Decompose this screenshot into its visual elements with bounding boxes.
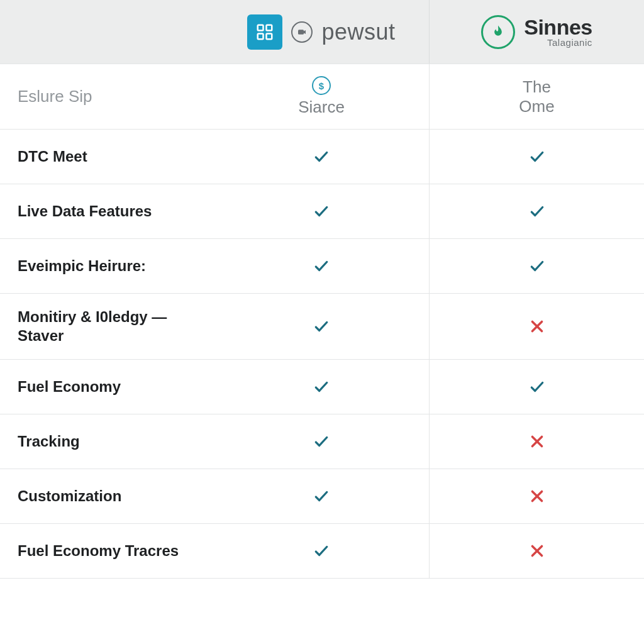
row-axis-label: Eslure Sip bbox=[0, 64, 214, 129]
brand-b-sub: Talagianic bbox=[547, 38, 592, 47]
column-a-header: $ Siarce bbox=[214, 64, 429, 129]
feature-label: Monitiry & I0ledgy — Staver bbox=[0, 294, 214, 359]
check-icon bbox=[313, 258, 330, 274]
feature-cell-a bbox=[214, 524, 429, 578]
check-icon bbox=[313, 203, 330, 219]
check-icon bbox=[529, 148, 545, 165]
check-icon bbox=[529, 203, 545, 219]
feature-row: Live Data Features bbox=[0, 184, 644, 239]
feature-cell-a bbox=[214, 239, 429, 293]
flame-ring-icon bbox=[481, 15, 515, 49]
comparison-page: pewsut Sinnes Talagianic Eslure Sip $ Si… bbox=[0, 0, 644, 579]
column-a-label: Siarce bbox=[298, 97, 345, 117]
feature-cell-a bbox=[214, 360, 429, 414]
check-icon bbox=[529, 258, 545, 274]
cross-icon bbox=[529, 433, 545, 450]
feature-label: Fuel Economy bbox=[0, 360, 214, 414]
feature-cell-b bbox=[429, 130, 644, 184]
check-icon bbox=[313, 148, 330, 165]
feature-cell-a bbox=[214, 294, 429, 359]
svg-rect-0 bbox=[258, 25, 264, 30]
check-icon bbox=[313, 488, 330, 504]
feature-cell-a bbox=[214, 414, 429, 469]
dollar-badge-icon: $ bbox=[312, 76, 331, 95]
feature-cell-b bbox=[429, 239, 644, 293]
feature-row: Eveimpic Heirure: bbox=[0, 239, 644, 294]
feature-label: Live Data Features bbox=[0, 184, 214, 238]
feature-label: Customization bbox=[0, 469, 214, 523]
feature-row: Tracking bbox=[0, 414, 644, 469]
feature-cell-b bbox=[429, 184, 644, 238]
brand-b-text: Sinnes Talagianic bbox=[524, 16, 592, 47]
svg-rect-3 bbox=[267, 33, 272, 39]
cross-icon bbox=[529, 488, 545, 504]
check-icon bbox=[313, 543, 330, 559]
brand-b: Sinnes Talagianic bbox=[429, 0, 644, 64]
brand-header: pewsut Sinnes Talagianic bbox=[0, 0, 644, 64]
feature-cell-b bbox=[429, 469, 644, 523]
feature-row: Fuel Economy bbox=[0, 360, 644, 414]
feature-cell-a bbox=[214, 130, 429, 184]
check-icon bbox=[313, 379, 330, 395]
feature-label: Fuel Economy Tracres bbox=[0, 524, 214, 578]
feature-label: Eveimpic Heirure: bbox=[0, 239, 214, 293]
brand-a-wordmark: pewsut bbox=[321, 19, 395, 45]
feature-cell-b bbox=[429, 294, 644, 359]
svg-rect-2 bbox=[258, 33, 264, 39]
check-icon bbox=[313, 318, 330, 335]
column-b-label: The Ome bbox=[519, 77, 554, 116]
camera-icon bbox=[291, 21, 313, 43]
feature-row: Customization bbox=[0, 469, 644, 524]
feature-cell-a bbox=[214, 184, 429, 238]
feature-label: Tracking bbox=[0, 414, 214, 469]
svg-rect-1 bbox=[267, 25, 272, 30]
feature-cell-b bbox=[429, 414, 644, 469]
feature-label: DTC Meet bbox=[0, 130, 214, 184]
feature-row: Fuel Economy Tracres bbox=[0, 524, 644, 579]
column-b-header: The Ome bbox=[429, 64, 644, 129]
brand-a: pewsut bbox=[214, 0, 429, 64]
cross-icon bbox=[529, 318, 545, 335]
check-icon bbox=[313, 433, 330, 450]
feature-cell-b bbox=[429, 360, 644, 414]
feature-rows: DTC Meet Live Data Features Eveimpic Hei… bbox=[0, 130, 644, 579]
grid-icon bbox=[247, 14, 282, 50]
feature-row: Monitiry & I0ledgy — Staver bbox=[0, 294, 644, 360]
column-header-row: Eslure Sip $ Siarce The Ome bbox=[0, 64, 644, 130]
feature-row: DTC Meet bbox=[0, 130, 644, 184]
svg-rect-4 bbox=[298, 30, 304, 35]
header-spacer bbox=[0, 0, 214, 64]
feature-cell-a bbox=[214, 469, 429, 523]
check-icon bbox=[529, 379, 545, 395]
feature-cell-b bbox=[429, 524, 644, 578]
brand-b-name: Sinnes bbox=[524, 16, 592, 38]
cross-icon bbox=[529, 543, 545, 559]
